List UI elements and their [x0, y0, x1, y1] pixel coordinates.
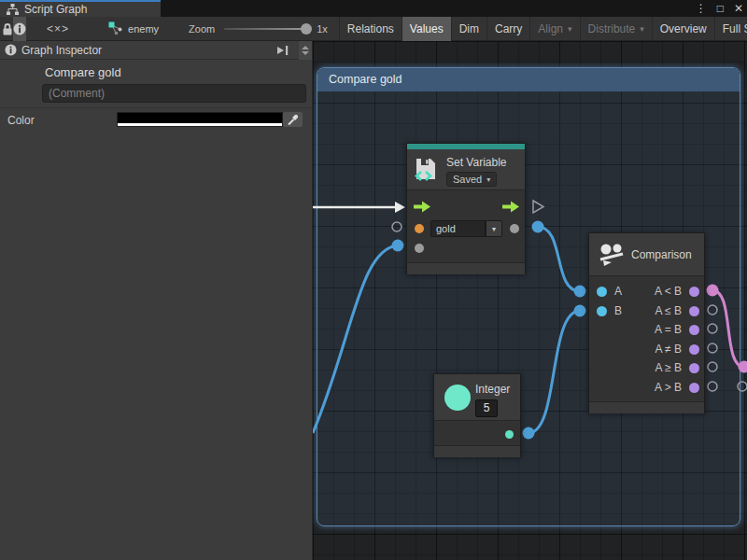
- variable-scope-dropdown[interactable]: Saved ▾: [446, 172, 497, 187]
- tab-title: Script Graph: [24, 3, 87, 16]
- control-input-port[interactable]: [413, 201, 431, 213]
- lock-icon: [2, 22, 13, 35]
- wire-endpoint[interactable]: [532, 221, 544, 233]
- comment-input[interactable]: [42, 84, 306, 103]
- graph-asset-icon: [108, 21, 123, 35]
- distribute-dropdown[interactable]: Distribute ▾: [580, 17, 652, 41]
- input-label-a: A: [614, 287, 622, 297]
- graph-inspector-title: Graph Inspector: [21, 44, 102, 57]
- output-port[interactable]: [689, 287, 699, 297]
- spinner-down-icon: [302, 51, 309, 55]
- wire-endpoint[interactable]: [739, 361, 747, 373]
- value-brackets-button[interactable]: <×>: [47, 17, 69, 41]
- zoom-value: 1x: [317, 23, 328, 35]
- zoom-slider-handle[interactable]: [301, 23, 312, 35]
- input-port-a[interactable]: [597, 287, 607, 297]
- port-ring[interactable]: [392, 222, 402, 231]
- port-ring[interactable]: [738, 382, 747, 391]
- wire-endpoint[interactable]: [574, 286, 586, 298]
- tab-script-graph[interactable]: Script Graph: [0, 0, 161, 17]
- output-label: A = B: [655, 325, 682, 335]
- variable-name-select[interactable]: gold: [430, 220, 486, 237]
- output-label: A ≠ B: [655, 344, 682, 355]
- graph-title[interactable]: Compare gold: [45, 65, 121, 79]
- variable-name-select-caret[interactable]: ▾: [486, 220, 502, 237]
- port-ring[interactable]: [708, 324, 717, 333]
- port-triangle[interactable]: [533, 201, 543, 213]
- graph-reference-label: enemy: [128, 23, 159, 35]
- node-comparison[interactable]: Comparison A B A < B A ≤ B A = B A ≠ B A…: [588, 232, 705, 413]
- wire-endpoint[interactable]: [523, 427, 535, 440]
- input-port-b[interactable]: [597, 306, 607, 316]
- graph-inspector-header: Graph Inspector: [0, 41, 312, 60]
- wire-endpoint[interactable]: [392, 240, 404, 252]
- info-icon: [13, 22, 26, 35]
- panel-spinner[interactable]: [299, 41, 312, 60]
- port-ring[interactable]: [708, 343, 717, 353]
- relations-toggle[interactable]: Relations: [339, 17, 402, 41]
- spinner-up-icon: [302, 46, 309, 49]
- output-port[interactable]: [689, 344, 699, 355]
- chevron-down-icon: ▾: [492, 225, 496, 233]
- set-variable-icon: [414, 158, 438, 182]
- chevron-down-icon: ▾: [640, 24, 644, 34]
- zoom-control: Zoom 1x: [189, 23, 328, 35]
- graph-canvas[interactable]: Compare gold: [313, 41, 747, 560]
- node-title: Comparison: [631, 248, 692, 261]
- output-label: A > B: [655, 383, 682, 393]
- window-maximize-icon[interactable]: □: [717, 0, 724, 17]
- integer-value-field[interactable]: 5: [475, 399, 498, 417]
- wire-integer-to-b[interactable]: [529, 311, 580, 433]
- tab-bar: Script Graph ⋮ □ ✕: [0, 0, 747, 17]
- wire-control-arrowhead: [395, 202, 405, 213]
- eyedropper-icon: [287, 114, 299, 126]
- toolbar-toggles: Relations Values Dim Carry Align ▾ Distr…: [339, 17, 747, 41]
- node-integer[interactable]: Integer 5: [433, 373, 521, 457]
- lock-button[interactable]: [2, 17, 13, 41]
- port-ring[interactable]: [708, 305, 717, 315]
- output-port[interactable]: [689, 363, 699, 373]
- output-port[interactable]: [689, 325, 699, 335]
- divider: [0, 107, 312, 108]
- carry-toggle[interactable]: Carry: [486, 17, 529, 41]
- variable-value-port[interactable]: [415, 244, 424, 253]
- align-dropdown[interactable]: Align ▾: [529, 17, 579, 41]
- graph-reference[interactable]: enemy: [108, 21, 159, 35]
- variable-output-port[interactable]: [510, 224, 519, 233]
- node-set-variable[interactable]: Set Variable Saved ▾ gold ▾: [406, 143, 526, 274]
- dock-panel-icon[interactable]: [276, 45, 289, 56]
- inspector-toggle-button[interactable]: [13, 17, 26, 41]
- overview-button[interactable]: Overview: [652, 17, 714, 41]
- wire-value-in[interactable]: [313, 245, 398, 433]
- zoom-slider[interactable]: [224, 28, 306, 30]
- zoom-label: Zoom: [189, 23, 215, 35]
- wire-endpoint[interactable]: [707, 285, 719, 297]
- output-label: A < B: [655, 287, 682, 297]
- node-footer: [589, 401, 704, 413]
- dim-toggle[interactable]: Dim: [451, 17, 486, 41]
- integer-icon: [444, 385, 471, 411]
- color-alpha-bar: [118, 123, 282, 126]
- variable-name-port[interactable]: [415, 224, 424, 233]
- chevron-down-icon: ▾: [486, 175, 490, 184]
- unity-script-graph-window: Script Graph ⋮ □ ✕ <×>: [0, 0, 747, 560]
- wire-endpoint[interactable]: [574, 305, 586, 317]
- window-close-icon[interactable]: ✕: [734, 0, 743, 17]
- wire-setvar-to-a[interactable]: [538, 227, 580, 291]
- value-brackets-icon: <×>: [47, 22, 69, 35]
- node-title: Set Variable: [446, 156, 506, 169]
- node-title: Integer: [475, 383, 510, 396]
- port-ring[interactable]: [708, 382, 717, 391]
- port-ring[interactable]: [708, 362, 717, 371]
- values-toggle[interactable]: Values: [402, 17, 451, 41]
- window-menu-icon[interactable]: ⋮: [696, 0, 707, 17]
- integer-output-port[interactable]: [505, 430, 514, 439]
- graph-inspector-panel: Graph Inspector Compare gold Color: [0, 41, 313, 560]
- control-output-port[interactable]: [501, 201, 520, 213]
- color-swatch[interactable]: [117, 112, 283, 127]
- output-port[interactable]: [689, 383, 699, 393]
- output-label: A ≤ B: [655, 306, 682, 316]
- output-port[interactable]: [689, 306, 699, 316]
- eyedropper-button[interactable]: [283, 112, 303, 127]
- fullscreen-button[interactable]: Full Screen: [714, 17, 747, 41]
